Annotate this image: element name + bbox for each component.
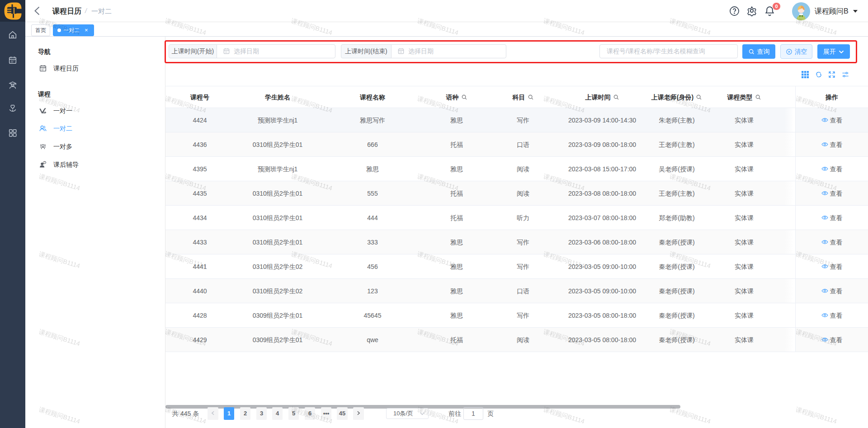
svg-text:?: ? [44,161,46,164]
